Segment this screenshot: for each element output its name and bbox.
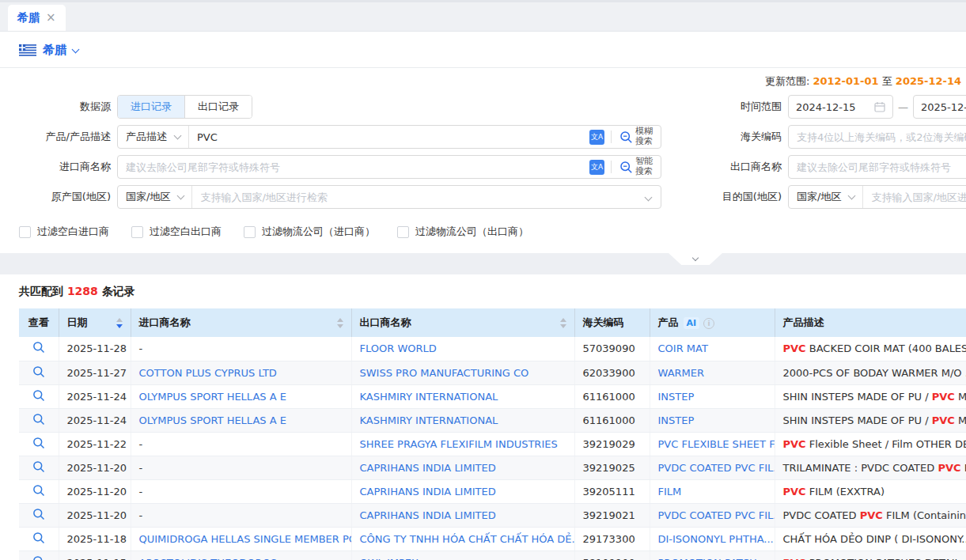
view-cell[interactable] [19,479,59,503]
exporter-cell[interactable]: KASHMIRY INTERNATIONAL [351,408,574,432]
exporter-input[interactable] [789,161,966,173]
product-cell[interactable]: COIR MAT [650,337,775,361]
importer-cell[interactable]: COTTON PLUS CYPRUS LTD [131,361,351,384]
exporter-cell[interactable]: CÔNG TY TNHH HÓA CHẤT CHẤT HÓA DẺ... [351,527,574,551]
collapse-panel-handle[interactable] [669,253,722,265]
date-end-input[interactable]: 2025-12-14 [913,95,966,119]
dest-country-input[interactable] [863,191,966,203]
dest-country-select[interactable]: 国家/地区 [789,186,863,208]
tab-export-records[interactable]: 出口记录 [184,96,252,118]
update-range-start: 2012-01-01 [813,75,878,87]
importer-cell[interactable]: OLYMPUS SPORT HELLAS A E [131,384,351,408]
translate-icon[interactable]: 文A [589,160,604,175]
exporter-cell[interactable]: CAPRIHANS INDIA LIMITED [351,456,574,479]
view-record-icon[interactable] [32,437,45,449]
origin-country-label: 原产国(地区) [0,190,111,204]
filter-blank-exporter[interactable]: 过滤空白出口商 [131,225,222,239]
table-row: 2025-11-15APOSTOLIDIS THEODOROSOWL IMPEX… [19,551,966,560]
info-icon[interactable]: i [703,318,714,329]
close-icon[interactable]: × [46,12,56,24]
view-cell[interactable] [19,361,59,384]
checkbox[interactable] [19,226,31,238]
product-cell[interactable]: WARMER [650,361,775,384]
tab-greece[interactable]: 希腊 × [8,5,66,31]
view-record-icon[interactable] [32,365,45,378]
importer-cell[interactable]: QUIMIDROGA HELLAS SINGLE MEMBER PC [131,527,351,551]
view-record-icon[interactable] [32,389,45,402]
exporter-cell[interactable]: OWL IMPEX [351,551,574,560]
chevron-down-icon[interactable] [72,45,80,53]
product-cell[interactable]: FILM [650,479,775,503]
calendar-icon[interactable] [874,101,885,112]
fuzzy-search-button[interactable]: 模糊搜索 [618,127,661,146]
table-row: 2025-11-18QUIMIDROGA HELLAS SINGLE MEMBE… [19,527,966,551]
origin-country-input[interactable] [192,191,642,203]
view-cell[interactable] [19,337,59,361]
product-input[interactable] [189,131,589,143]
hs-code-input[interactable] [789,131,966,143]
importer-input[interactable] [118,161,589,173]
view-cell[interactable] [19,432,59,456]
view-cell[interactable] [19,408,59,432]
checkbox[interactable] [397,226,409,238]
importer-cell: - [131,432,351,456]
filter-logistics-exporter[interactable]: 过滤物流公司（出口商） [397,225,528,239]
origin-country-select[interactable]: 国家/地区 [118,186,192,208]
importer-cell[interactable]: OLYMPUS SPORT HELLAS A E [131,408,351,432]
product-cell[interactable]: DI-ISONONYL PHTHA... [650,527,775,551]
view-cell[interactable] [19,527,59,551]
sort-icon [560,318,566,328]
product-label: 产品/产品描述 [0,130,111,144]
exporter-cell[interactable]: FLOOR WORLD [351,337,574,361]
col-date[interactable]: 日期 [59,308,131,337]
exporter-cell[interactable]: SHREE PRAGYA FLEXIFILM INDUSTRIES [351,432,574,456]
view-cell[interactable] [19,551,59,560]
page-title: 希腊 [43,43,66,58]
view-record-icon[interactable] [32,508,45,520]
view-record-icon[interactable] [32,484,45,497]
hs-code-cell: 29173300 [574,527,650,551]
view-cell[interactable] [19,503,59,527]
table-row: 2025-11-24OLYMPUS SPORT HELLAS A EKASHMI… [19,384,966,408]
product-cell[interactable]: PVDC COATED PVC FIL... [650,456,775,479]
view-cell[interactable] [19,384,59,408]
product-cell[interactable]: INSTEP [650,408,775,432]
results-section: 共匹配到 1288 条记录 查看 日期 进口商名称 出口商名称 海关编码 [0,285,966,560]
view-record-icon[interactable] [32,555,45,560]
product-cell[interactable]: PVDC COATED PVC FIL... [650,503,775,527]
view-record-icon[interactable] [32,413,45,426]
product-cell[interactable]: INSTEP [650,384,775,408]
tab-import-records[interactable]: 进口记录 [118,96,184,118]
exporter-cell[interactable]: SWISS PRO MANUFACTURING CO [351,361,574,384]
hs-code-cell: 39205111 [574,479,650,503]
view-record-icon[interactable] [32,532,45,544]
col-importer[interactable]: 进口商名称 [131,308,351,337]
view-record-icon[interactable] [32,341,45,354]
filter-logistics-importer[interactable]: 过滤物流公司（进口商） [244,225,375,239]
view-cell[interactable] [19,456,59,479]
search-icon [619,161,633,174]
translate-icon[interactable]: 文A [589,130,604,145]
product-cell[interactable]: PROMOTION PATCH [650,551,775,560]
checkbox[interactable] [244,226,256,238]
exporter-cell[interactable]: KASHMIRY INTERNATIONAL [351,384,574,408]
date-cell: 2025-11-20 [59,503,131,527]
chevron-down-icon[interactable] [645,193,653,201]
exporter-cell[interactable]: CAPRIHANS INDIA LIMITED [351,479,574,503]
exporter-cell[interactable]: CAPRIHANS INDIA LIMITED [351,503,574,527]
table-row: 2025-11-20-CAPRIHANS INDIA LIMITED392051… [19,479,966,503]
importer-cell[interactable]: APOSTOLIDIS THEODOROS [131,551,351,560]
description-cell: SHIN INSTEPS MADE OF PU / PVC M... [775,408,966,432]
col-view: 查看 [19,308,59,337]
chevron-down-icon [692,254,699,260]
checkbox[interactable] [131,226,143,238]
smart-search-button[interactable]: 智能搜索 [618,157,661,176]
importer-cell: - [131,456,351,479]
product-cell[interactable]: PVC FLEXIBLE SHEET F... [650,432,775,456]
date-start-input[interactable]: 2024-12-15 [788,95,893,119]
date-cell: 2025-11-24 [59,384,131,408]
view-record-icon[interactable] [32,460,45,473]
col-exporter[interactable]: 出口商名称 [351,308,574,337]
product-type-select[interactable]: 产品描述 [118,126,189,148]
filter-blank-importer[interactable]: 过滤空白进口商 [19,225,109,239]
